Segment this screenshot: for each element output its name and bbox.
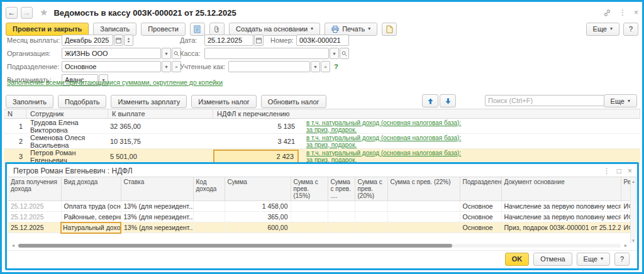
- grid-more-button[interactable]: Еще ▾: [604, 94, 637, 107]
- sum-over-22-cell[interactable]: [387, 212, 460, 222]
- income-date-cell[interactable]: 25.12.2025: [8, 201, 61, 212]
- forward-arrow-icon[interactable]: →: [21, 7, 33, 19]
- ndfl-cell-selected[interactable]: 2 423: [213, 150, 299, 163]
- change-tax-button[interactable]: Изменить налог: [191, 95, 257, 108]
- scroll-up-icon[interactable]: ▴: [632, 179, 635, 184]
- sum-over-cell[interactable]: [328, 212, 355, 222]
- dialog-more-button[interactable]: Еще ▾: [577, 253, 610, 266]
- scroll-down-icon[interactable]: ▾: [632, 238, 635, 243]
- sum-over-20-cell[interactable]: [355, 212, 387, 222]
- sum-over-15-cell[interactable]: [291, 222, 328, 233]
- natural-income-link[interactable]: в т.ч. натуральный доход (основная налог…: [306, 150, 461, 156]
- sum-cell[interactable]: 600,00: [225, 222, 291, 233]
- month-spinner[interactable]: ▴▾: [124, 35, 133, 46]
- income-kind-cell[interactable]: Районные, северные на...: [61, 212, 121, 222]
- department-cell[interactable]: Основное: [460, 222, 501, 233]
- source-document-cell[interactable]: Начисление за первую половину месяца 00З…: [501, 201, 621, 212]
- income-code-cell[interactable]: [193, 222, 225, 233]
- department-cell[interactable]: Основное: [460, 212, 501, 222]
- dialog-maximize-icon[interactable]: □: [617, 167, 621, 175]
- organization-input[interactable]: [62, 48, 161, 59]
- source-document-cell[interactable]: Приз, подарок 00ЗК-000001 от 25.12.2025: [501, 222, 621, 233]
- number-input[interactable]: [296, 35, 349, 46]
- sum-over-22-cell[interactable]: [387, 201, 460, 212]
- income-date-cell[interactable]: 25.12.2025: [8, 212, 61, 222]
- dialog-close-icon[interactable]: ×: [628, 167, 632, 175]
- sum-cell[interactable]: 365,00: [225, 212, 291, 222]
- department-input[interactable]: [62, 61, 161, 72]
- ndfl-cell[interactable]: 5 135: [213, 119, 299, 133]
- rate-cell[interactable]: 13% (для нерезидент...: [121, 222, 193, 233]
- move-up-button[interactable]: [422, 94, 438, 107]
- hint-icon[interactable]: ?: [334, 63, 338, 70]
- department-cell[interactable]: Основное: [460, 201, 501, 212]
- income-kind-cell-selected[interactable]: Натуральный доход (ос...: [61, 222, 121, 233]
- sum-over-15-cell[interactable]: [291, 212, 328, 222]
- employee-cell[interactable]: Петров Роман Евгеньевич: [26, 149, 108, 164]
- pick-button[interactable]: Подобрать: [58, 95, 106, 108]
- income-kind-cell[interactable]: Оплата труда (основная...: [61, 201, 121, 212]
- scrollbar-track[interactable]: [18, 244, 621, 248]
- natural-income-link[interactable]: в т.ч. натуральный доход (основная налог…: [306, 119, 461, 126]
- horizontal-scrollbar[interactable]: ◂ ▸: [12, 243, 627, 248]
- chevron-down-icon[interactable]: ▾: [311, 61, 320, 72]
- fill-button[interactable]: Заполнить: [6, 95, 53, 108]
- month-input[interactable]: [62, 35, 113, 46]
- table-row-selected[interactable]: 25.12.2025 Натуральный доход (ос... 13% …: [8, 222, 636, 233]
- scrollbar-thumb[interactable]: [18, 244, 452, 248]
- write-button[interactable]: Записать: [93, 23, 136, 36]
- back-arrow-icon[interactable]: ←: [6, 7, 18, 19]
- date-input[interactable]: [204, 35, 253, 46]
- natural-income-link[interactable]: в т.ч. натуральный доход (основная налог…: [306, 134, 461, 141]
- income-date-cell[interactable]: 25.12.2025: [8, 222, 61, 233]
- document-register-button[interactable]: [190, 23, 205, 36]
- chevron-down-icon[interactable]: ▾: [162, 48, 171, 59]
- ndfl-cell[interactable]: 3 421: [213, 134, 299, 148]
- income-code-cell[interactable]: [193, 212, 225, 222]
- vertical-scrollbar[interactable]: ▴ ▾: [630, 179, 636, 243]
- ok-button[interactable]: OK: [505, 253, 530, 266]
- table-row[interactable]: 1 Трудова Елена Викторовна 32 365,00 5 1…: [4, 119, 640, 134]
- chevron-down-icon[interactable]: ▾: [330, 48, 339, 59]
- calendar-icon[interactable]: [114, 35, 123, 46]
- cashbox-input[interactable]: [204, 48, 329, 59]
- window-close-icon[interactable]: ×: [634, 8, 638, 17]
- post-button[interactable]: Провести: [141, 23, 186, 36]
- sum-over-20-cell[interactable]: [355, 222, 387, 233]
- print-button[interactable]: Печать ▾: [325, 23, 377, 36]
- sum-over-22-cell[interactable]: [387, 222, 460, 233]
- sum-over-cell[interactable]: [328, 222, 355, 233]
- form-more-button[interactable]: Еще ▾: [586, 23, 619, 36]
- table-row[interactable]: 25.12.2025 Оплата труда (основная... 13%…: [8, 201, 636, 212]
- clear-icon[interactable]: ×: [321, 61, 330, 72]
- sum-cell[interactable]: 1 458,00: [225, 201, 291, 212]
- help-button[interactable]: ?: [623, 23, 638, 36]
- table-row[interactable]: 25.12.2025 Районные, северные на... 13% …: [8, 212, 636, 222]
- favorite-star-icon[interactable]: ★: [40, 7, 48, 18]
- chevron-down-icon[interactable]: ▾: [162, 61, 171, 72]
- amount-cell[interactable]: 32 365,00: [108, 123, 141, 130]
- scroll-left-icon[interactable]: ◂: [12, 243, 18, 248]
- post-and-close-button[interactable]: Провести и закрыть: [6, 23, 89, 36]
- link-icon[interactable]: [603, 9, 611, 17]
- prize-gift-link[interactable]: за приз, подарок.: [306, 141, 461, 148]
- calendar-icon[interactable]: [254, 35, 264, 46]
- employee-cell[interactable]: Семенова Олеся Васильевна: [26, 134, 108, 149]
- amount-cell[interactable]: 10 315,75: [108, 138, 141, 145]
- employee-cell[interactable]: Трудова Елена Викторовна: [26, 119, 108, 134]
- window-menu-icon[interactable]: ⋮: [619, 8, 626, 17]
- table-row[interactable]: 2 Семенова Олеся Васильевна 10 315,75 3 …: [4, 134, 640, 149]
- rate-cell[interactable]: 13% (для нерезидент...: [121, 201, 193, 212]
- sum-over-cell[interactable]: [328, 201, 355, 212]
- sum-over-20-cell[interactable]: [355, 201, 387, 212]
- refresh-tax-button[interactable]: Обновить налог: [261, 95, 326, 108]
- search-input[interactable]: [485, 95, 604, 106]
- cancel-button[interactable]: Отмена: [533, 253, 572, 266]
- prize-gift-link[interactable]: за приз, подарок.: [306, 126, 461, 133]
- magnifier-icon[interactable]: [340, 48, 349, 59]
- fill-settings-link[interactable]: Заполнение всеми причитающимися суммами,…: [7, 79, 224, 86]
- dialog-menu-icon[interactable]: ⋮: [603, 167, 611, 175]
- amount-cell[interactable]: 5 501,00: [108, 153, 137, 160]
- attachments-button[interactable]: [209, 23, 225, 36]
- create-based-on-button[interactable]: Создать на основании ▾: [229, 23, 320, 36]
